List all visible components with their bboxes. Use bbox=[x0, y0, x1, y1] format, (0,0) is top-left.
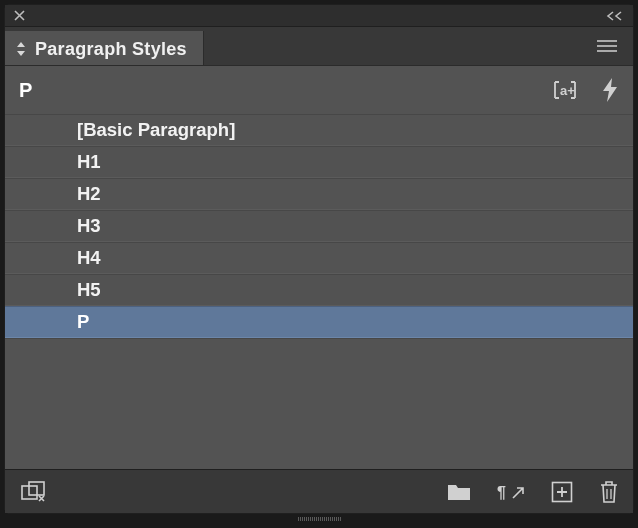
style-row[interactable]: [Basic Paragraph] bbox=[5, 114, 633, 146]
style-row[interactable]: H1 bbox=[5, 146, 633, 178]
panel-tabbar: Paragraph Styles bbox=[5, 27, 633, 65]
resize-grip[interactable] bbox=[4, 516, 634, 522]
style-name: H4 bbox=[77, 247, 101, 269]
delete-icon[interactable] bbox=[599, 480, 619, 504]
style-name: P bbox=[77, 311, 89, 333]
new-style-icon[interactable] bbox=[551, 481, 573, 503]
panel-titlebar[interactable] bbox=[5, 5, 633, 27]
style-row[interactable]: H4 bbox=[5, 242, 633, 274]
quick-apply-icon[interactable] bbox=[601, 77, 619, 103]
active-style-row: P a+ bbox=[5, 66, 633, 114]
tab-paragraph-styles[interactable]: Paragraph Styles bbox=[5, 31, 204, 67]
style-group-icon[interactable] bbox=[447, 482, 471, 502]
svg-text:a+: a+ bbox=[560, 83, 575, 98]
tabs: Paragraph Styles bbox=[5, 27, 204, 65]
active-style-actions: a+ bbox=[551, 77, 619, 103]
new-style-from-selection-icon[interactable]: a+ bbox=[551, 78, 579, 102]
style-name: H2 bbox=[77, 183, 101, 205]
style-row[interactable]: H2 bbox=[5, 178, 633, 210]
styles-list: [Basic Paragraph]H1H2H3H4H5P bbox=[5, 114, 633, 338]
cc-libraries-icon[interactable] bbox=[21, 481, 45, 503]
active-style-label: P bbox=[19, 79, 32, 102]
paragraph-styles-panel: Paragraph Styles P a+ bbox=[4, 4, 634, 514]
empty-area bbox=[5, 338, 633, 469]
style-name: H5 bbox=[77, 279, 101, 301]
style-row[interactable]: P bbox=[5, 306, 633, 338]
clear-overrides-icon[interactable]: ¶ bbox=[497, 482, 525, 502]
panel-menu-button[interactable] bbox=[593, 32, 621, 60]
panel-body: P a+ [Basic Paragraph]H1H2H3H4H5P bbox=[5, 65, 633, 513]
style-name: [Basic Paragraph] bbox=[77, 119, 235, 141]
sort-icon bbox=[15, 40, 27, 58]
style-row[interactable]: H5 bbox=[5, 274, 633, 306]
style-name: H3 bbox=[77, 215, 101, 237]
collapse-icon[interactable] bbox=[605, 10, 625, 22]
svg-text:¶: ¶ bbox=[497, 484, 506, 501]
tab-title: Paragraph Styles bbox=[35, 39, 187, 60]
tabbar-right bbox=[593, 27, 627, 65]
style-name: H1 bbox=[77, 151, 101, 173]
style-row[interactable]: H3 bbox=[5, 210, 633, 242]
close-icon[interactable] bbox=[13, 9, 26, 22]
panel-footer: ¶ bbox=[5, 469, 633, 513]
